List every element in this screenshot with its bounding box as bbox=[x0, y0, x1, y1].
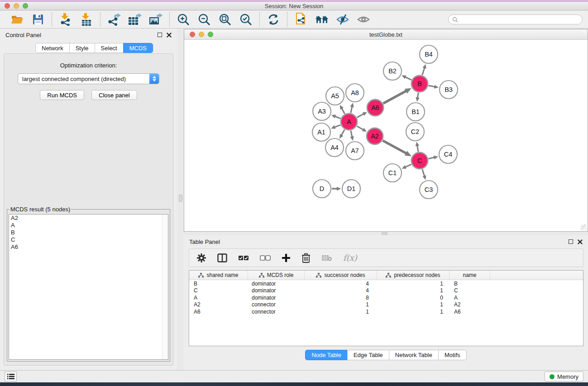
tab-motifs[interactable]: Motifs bbox=[438, 350, 467, 360]
cell-name: A6 bbox=[449, 309, 490, 315]
export-image-icon[interactable] bbox=[149, 13, 163, 26]
home-icon[interactable] bbox=[315, 13, 329, 26]
column-settings-icon[interactable] bbox=[196, 253, 206, 263]
tab-select[interactable]: Select bbox=[95, 43, 124, 53]
zoom-in-icon[interactable] bbox=[177, 13, 190, 26]
column-header-name[interactable]: name bbox=[449, 271, 490, 280]
import-network-icon[interactable] bbox=[59, 13, 72, 26]
result-item-a[interactable]: A bbox=[9, 222, 168, 229]
list-icon bbox=[7, 373, 14, 380]
graph-edge-B-B3[interactable] bbox=[429, 86, 435, 87]
split-panel-icon[interactable] bbox=[217, 253, 227, 262]
float-panel-icon[interactable] bbox=[158, 33, 162, 37]
graph-arrowhead-A-A1 bbox=[331, 125, 335, 129]
column-header-successor-nodes[interactable]: successor nodes bbox=[305, 271, 377, 280]
export-table-icon[interactable] bbox=[128, 13, 142, 26]
zoom-network-button[interactable] bbox=[208, 32, 213, 37]
graph-edge-B-B1[interactable] bbox=[417, 93, 418, 98]
table-row[interactable]: Cdominator41C bbox=[189, 287, 583, 295]
close-window-button[interactable] bbox=[5, 3, 10, 9]
select-all-icon[interactable] bbox=[238, 255, 249, 261]
graph-edge-A2-C[interactable] bbox=[383, 141, 406, 153]
tab-edge-table[interactable]: Edge Table bbox=[347, 350, 389, 360]
export-network-icon[interactable] bbox=[107, 13, 121, 26]
table-row[interactable]: A2connector11A2 bbox=[189, 301, 583, 309]
minimize-network-button[interactable] bbox=[199, 32, 204, 37]
import-table-icon[interactable] bbox=[80, 13, 93, 26]
tab-style[interactable]: Style bbox=[69, 43, 95, 53]
optimization-criterion-select[interactable]: largest connected component (directed) bbox=[18, 73, 159, 84]
deselect-all-icon[interactable] bbox=[260, 255, 271, 261]
graph-edge-B-B2[interactable] bbox=[405, 77, 411, 80]
result-item-c[interactable]: C bbox=[9, 236, 168, 243]
tab-mcds[interactable]: MCDS bbox=[123, 43, 153, 53]
close-panel-icon[interactable] bbox=[167, 33, 172, 38]
tab-network[interactable]: Network bbox=[35, 43, 70, 53]
window-controls bbox=[5, 3, 28, 9]
table-panel-title: Table Panel bbox=[189, 238, 220, 245]
result-list-scrollbar[interactable] bbox=[162, 214, 168, 359]
memory-button[interactable]: Memory bbox=[545, 372, 583, 381]
graph-edge-A-A3[interactable] bbox=[335, 116, 340, 119]
graph-edge-A-A6[interactable] bbox=[357, 114, 364, 118]
graph-node-label-B: B bbox=[417, 80, 422, 87]
run-mcds-button[interactable]: Run MCDS bbox=[40, 90, 84, 100]
close-network-button[interactable] bbox=[190, 32, 195, 37]
graph-edge-A-A8[interactable] bbox=[351, 106, 352, 113]
graph-node-label-A4: A4 bbox=[330, 144, 339, 151]
show-graphics-details-icon[interactable] bbox=[357, 13, 370, 26]
tab-node-table[interactable]: Node Table bbox=[305, 350, 348, 360]
zoom-window-button[interactable] bbox=[23, 3, 28, 9]
table-row[interactable]: Bdominator41B bbox=[189, 280, 583, 287]
close-table-panel-icon[interactable] bbox=[578, 239, 583, 244]
graph-edge-A6-B[interactable] bbox=[383, 91, 406, 104]
window-resize-grip[interactable] bbox=[581, 224, 587, 230]
graph-edge-A-A5[interactable] bbox=[342, 108, 345, 114]
hide-graphics-details-icon[interactable] bbox=[336, 13, 349, 26]
column-label: predecessor nodes bbox=[394, 272, 440, 278]
table-header-row: shared nameMCDS rolesuccessor nodesprede… bbox=[189, 271, 583, 280]
open-session-icon[interactable] bbox=[10, 13, 24, 26]
graph-edge-C-C3[interactable] bbox=[422, 169, 425, 176]
close-panel-button[interactable]: Close panel bbox=[91, 90, 137, 100]
network-from-file-icon[interactable] bbox=[294, 13, 308, 26]
result-item-a2[interactable]: A2 bbox=[9, 214, 168, 222]
column-header-shared-name[interactable]: shared name bbox=[189, 271, 248, 280]
add-column-icon[interactable] bbox=[282, 253, 291, 262]
cell-MCDS-role: connector bbox=[248, 301, 305, 308]
refresh-view-icon[interactable] bbox=[267, 13, 280, 26]
graph-edge-C-C1[interactable] bbox=[405, 164, 411, 167]
zoom-fit-icon[interactable] bbox=[218, 13, 232, 26]
search-box[interactable] bbox=[448, 14, 583, 24]
save-session-icon[interactable] bbox=[31, 13, 45, 26]
column-header-predecessor-nodes[interactable]: predecessor nodes bbox=[377, 271, 449, 280]
graph-edge-A-A4[interactable] bbox=[341, 129, 344, 135]
tab-network-table[interactable]: Network Table bbox=[389, 350, 439, 360]
zoom-out-icon[interactable] bbox=[197, 13, 211, 26]
delete-columns-icon[interactable] bbox=[301, 253, 311, 263]
minimize-window-button[interactable] bbox=[14, 3, 19, 9]
zoom-selected-icon[interactable] bbox=[239, 13, 253, 26]
network-canvas[interactable]: B4B2BB3A8A5A6A3B1AC2A1A2A4A7C4CC1DD1C3 bbox=[184, 40, 588, 231]
graph-node-label-C2: C2 bbox=[411, 128, 420, 135]
result-item-b[interactable]: B bbox=[9, 229, 168, 236]
search-input[interactable] bbox=[461, 16, 578, 23]
table-panel: Table Panel f(x) shared nameMCDS role bbox=[184, 235, 588, 370]
graph-edge-B-B4[interactable] bbox=[422, 68, 425, 75]
horizontal-split-handle[interactable] bbox=[382, 232, 387, 235]
graph-edge-C-C2[interactable] bbox=[417, 146, 418, 152]
column-header-MCDS-role[interactable]: MCDS role bbox=[248, 271, 305, 280]
graph-edge-A-A2[interactable] bbox=[357, 126, 363, 130]
table-row[interactable]: A6connector11A6 bbox=[189, 308, 583, 315]
graph-edge-C-C4[interactable] bbox=[429, 157, 435, 159]
task-history-button[interactable] bbox=[5, 372, 17, 381]
vertical-split-handle[interactable] bbox=[179, 195, 182, 202]
table-body: Bdominator41BCdominator41CAdominator80AA… bbox=[189, 280, 583, 315]
graph-edge-A-A7[interactable] bbox=[351, 131, 352, 137]
graph-edge-A-A1[interactable] bbox=[335, 125, 340, 127]
column-label: MCDS role bbox=[267, 272, 294, 278]
result-item-a6[interactable]: A6 bbox=[9, 243, 168, 251]
float-table-panel-icon[interactable] bbox=[569, 239, 573, 244]
table-row[interactable]: Adominator80A bbox=[189, 294, 583, 301]
attribute-type-icon bbox=[386, 273, 391, 278]
